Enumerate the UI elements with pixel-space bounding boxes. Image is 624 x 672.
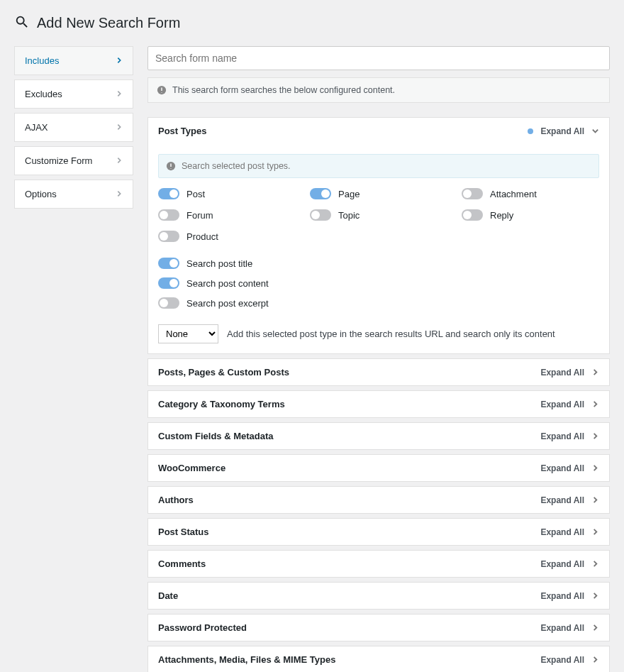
panel-collapsed: Custom Fields & MetadataExpand All: [147, 422, 610, 450]
panel-title: Posts, Pages & Custom Posts: [158, 367, 289, 378]
chevron-right-icon: [591, 400, 599, 408]
panel-collapsed: Post StatusExpand All: [147, 518, 610, 546]
sidebar-item-label: Excludes: [25, 89, 62, 99]
post-type-post-label: Post: [186, 189, 205, 199]
sidebar-item-label: Options: [25, 189, 57, 199]
sidebar-item-ajax[interactable]: AJAX: [14, 113, 133, 142]
panel-header-post-types[interactable]: Post Types Expand All: [148, 118, 609, 144]
chevron-right-icon: [116, 189, 123, 199]
search-option-search-post-content-toggle[interactable]: [158, 277, 179, 289]
panel-post-types: Post Types Expand All Search selected po…: [147, 117, 610, 354]
settings-sidebar: IncludesExcludesAJAXCustomize FormOption…: [14, 46, 133, 672]
panel-collapsed: DateExpand All: [147, 582, 610, 610]
panel-header[interactable]: Attachments, Media, Files & MIME TypesEx…: [148, 646, 609, 672]
post-type-reply-toggle[interactable]: [462, 209, 483, 221]
post-type-topic-label: Topic: [338, 210, 360, 221]
main-content: This search form searches the below conf…: [147, 46, 610, 672]
info-text: This search form searches the below conf…: [172, 85, 395, 95]
panel-title: Attachments, Media, Files & MIME Types: [158, 654, 335, 665]
expand-all-label: Expand All: [540, 495, 584, 505]
sidebar-item-excludes[interactable]: Excludes: [14, 79, 133, 109]
post-type-page-label: Page: [338, 189, 360, 199]
sidebar-item-includes[interactable]: Includes: [14, 46, 133, 75]
expand-all-label: Expand All: [540, 400, 584, 409]
panel-title: Post Types: [158, 126, 206, 136]
panel-collapsed: WooCommerceExpand All: [147, 454, 610, 482]
expand-all-label: Expand All: [540, 527, 584, 537]
post-type-attachment-label: Attachment: [490, 189, 537, 199]
panel-header[interactable]: WooCommerceExpand All: [148, 455, 609, 481]
search-option-search-post-excerpt-toggle[interactable]: [158, 297, 179, 309]
expand-all-label: Expand All: [540, 463, 584, 473]
chevron-right-icon: [591, 528, 599, 536]
panel-title: Comments: [158, 558, 206, 569]
post-type-post-toggle[interactable]: [158, 188, 179, 199]
panel-header[interactable]: DateExpand All: [148, 583, 609, 609]
chevron-right-icon: [591, 560, 599, 568]
chevron-right-icon: [591, 464, 599, 472]
chevron-right-icon: [591, 592, 599, 600]
search-option-search-post-content-label: Search post content: [186, 278, 269, 289]
info-bar: This search form searches the below conf…: [147, 77, 610, 103]
sidebar-item-options[interactable]: Options: [14, 180, 133, 209]
post-type-attachment-toggle[interactable]: [462, 188, 483, 199]
hint-text: Search selected post types.: [182, 161, 291, 171]
panel-header[interactable]: Password ProtectedExpand All: [148, 615, 609, 641]
post-type-reply-label: Reply: [490, 210, 513, 221]
post-type-product-toggle[interactable]: [158, 231, 179, 242]
search-option-search-post-title-label: Search post title: [186, 258, 252, 269]
expand-all-label: Expand All: [540, 591, 584, 601]
post-type-product-label: Product: [186, 231, 218, 242]
search-option-search-post-title-toggle[interactable]: [158, 258, 179, 269]
panel-collapsed: Attachments, Media, Files & MIME TypesEx…: [147, 646, 610, 672]
select-description: Add this selected post type in the searc…: [227, 329, 555, 339]
chevron-right-icon: [116, 122, 123, 133]
info-icon: [166, 161, 176, 171]
chevron-right-icon: [591, 432, 599, 440]
sidebar-item-label: AJAX: [25, 122, 48, 133]
chevron-right-icon: [591, 368, 599, 376]
search-option-search-post-content: Search post content: [158, 277, 599, 289]
post-types-grid: PostPageAttachmentForumTopicReplyProduct: [158, 188, 599, 242]
post-type-topic-toggle[interactable]: [310, 209, 331, 221]
panel-header[interactable]: CommentsExpand All: [148, 551, 609, 577]
post-type-forum-toggle[interactable]: [158, 209, 179, 221]
post-type-topic: Topic: [310, 209, 447, 221]
panel-header[interactable]: Post StatusExpand All: [148, 519, 609, 545]
search-option-search-post-title: Search post title: [158, 258, 599, 269]
panel-title: Category & Taxonomy Terms: [158, 399, 285, 409]
sidebar-item-label: Customize Form: [25, 155, 92, 166]
expand-all-label: Expand All: [540, 559, 584, 569]
panel-collapsed: AuthorsExpand All: [147, 486, 610, 514]
page-title: Add New Search Form: [37, 15, 180, 31]
panel-collapsed: Posts, Pages & Custom PostsExpand All: [147, 358, 610, 386]
sidebar-item-customize-form[interactable]: Customize Form: [14, 146, 133, 175]
chevron-down-icon: [591, 127, 599, 135]
chevron-right-icon: [591, 496, 599, 504]
search-form-name-input[interactable]: [147, 46, 610, 70]
expand-all-label: Expand All: [540, 126, 584, 136]
info-icon: [157, 85, 167, 95]
post-type-post: Post: [158, 188, 296, 199]
post-type-page-toggle[interactable]: [310, 188, 331, 199]
post-type-attachment: Attachment: [462, 188, 599, 199]
post-type-select[interactable]: None: [158, 324, 218, 343]
panel-title: Authors: [158, 495, 194, 505]
panel-title: Custom Fields & Metadata: [158, 431, 274, 441]
search-options: Search post titleSearch post contentSear…: [158, 258, 599, 309]
panel-title: Post Status: [158, 527, 209, 537]
panel-header[interactable]: Custom Fields & MetadataExpand All: [148, 423, 609, 449]
panel-header[interactable]: Posts, Pages & Custom PostsExpand All: [148, 359, 609, 385]
status-dot: [528, 128, 533, 134]
search-option-search-post-excerpt: Search post excerpt: [158, 297, 599, 309]
panel-header[interactable]: Category & Taxonomy TermsExpand All: [148, 391, 609, 417]
chevron-right-icon: [116, 155, 123, 166]
post-type-page: Page: [310, 188, 447, 199]
panel-title: Password Protected: [158, 622, 247, 633]
panel-header[interactable]: AuthorsExpand All: [148, 487, 609, 513]
sidebar-item-label: Includes: [25, 55, 59, 66]
post-type-forum: Forum: [158, 209, 296, 221]
search-option-search-post-excerpt-label: Search post excerpt: [186, 298, 269, 309]
hint-bar: Search selected post types.: [158, 154, 599, 178]
expand-all-label: Expand All: [540, 431, 584, 441]
